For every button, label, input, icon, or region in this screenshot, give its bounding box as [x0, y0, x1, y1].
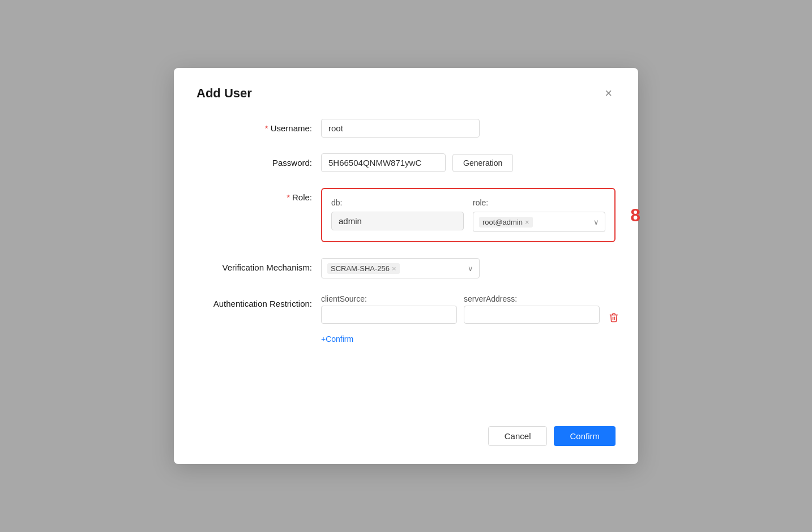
auth-restriction-content: clientSource: serverAddress:	[321, 294, 621, 344]
role-chevron-down-icon: ∨	[593, 218, 599, 226]
dialog-footer: Cancel Confirm	[196, 426, 616, 446]
auth-client-label: clientSource:	[321, 294, 457, 303]
role-label: *Role:	[196, 188, 321, 202]
role-select-dropdown[interactable]: root@admin × ∨	[473, 212, 605, 232]
dialog-header: Add User ×	[196, 86, 616, 101]
form-body: *Username: Password: Generation *Role:	[196, 119, 616, 408]
auth-delete-button[interactable]	[606, 310, 621, 328]
role-role-col: role: root@admin × ∨	[473, 198, 605, 232]
auth-confirm-link[interactable]: +Confirm	[321, 334, 621, 344]
role-db-input[interactable]	[331, 212, 464, 230]
auth-server-col: serverAddress:	[464, 294, 600, 324]
username-required-star: *	[265, 123, 268, 133]
username-label: *Username:	[196, 119, 321, 133]
verification-chevron-down-icon: ∨	[468, 264, 473, 273]
role-tag-remove-icon[interactable]: ×	[525, 218, 529, 226]
dialog-overlay: Add User × *Username: Password: Generati…	[0, 0, 812, 532]
verification-label: Verification Mechanism:	[196, 258, 321, 272]
close-button[interactable]: ×	[601, 86, 616, 101]
verification-tag-remove-icon[interactable]: ×	[392, 265, 396, 272]
dialog-title: Add User	[196, 86, 252, 101]
password-label: Password:	[196, 153, 321, 168]
role-db-col: db:	[331, 198, 464, 232]
password-row-content: Generation	[321, 153, 513, 172]
verification-tag: SCRAM-SHA-256 ×	[327, 263, 400, 274]
role-tag: root@admin ×	[479, 217, 533, 228]
confirm-button[interactable]: Confirm	[554, 426, 616, 446]
cancel-button[interactable]: Cancel	[488, 426, 548, 446]
role-box: db: role: root@admin × ∨	[321, 188, 616, 242]
role-cols: db: role: root@admin × ∨	[331, 198, 605, 232]
auth-server-input[interactable]	[464, 306, 600, 324]
verification-row: Verification Mechanism: SCRAM-SHA-256 × …	[196, 258, 616, 278]
verification-dropdown[interactable]: SCRAM-SHA-256 × ∨	[321, 258, 480, 278]
generation-button[interactable]: Generation	[452, 154, 513, 172]
auth-server-label: serverAddress:	[464, 294, 600, 303]
auth-restriction-label: Authentication Restriction:	[196, 294, 321, 308]
auth-restriction-row: Authentication Restriction: clientSource…	[196, 294, 616, 344]
auth-client-col: clientSource:	[321, 294, 457, 324]
trash-icon	[609, 312, 619, 323]
auth-client-input[interactable]	[321, 306, 457, 324]
add-user-dialog: Add User × *Username: Password: Generati…	[174, 68, 638, 464]
username-input[interactable]	[321, 119, 480, 138]
role-db-label: db:	[331, 198, 464, 207]
role-number-badge: 8	[630, 205, 640, 226]
password-row: Password: Generation	[196, 153, 616, 172]
username-row: *Username:	[196, 119, 616, 138]
auth-sub-cols: clientSource: serverAddress:	[321, 294, 621, 328]
role-required-star: *	[287, 192, 290, 202]
role-row: *Role: db: role:	[196, 188, 616, 242]
password-input[interactable]	[321, 153, 446, 172]
role-role-label: role:	[473, 198, 605, 207]
